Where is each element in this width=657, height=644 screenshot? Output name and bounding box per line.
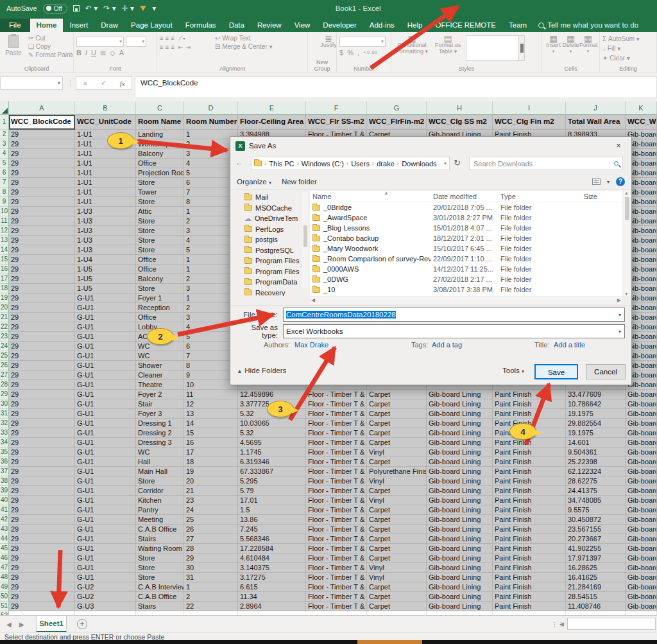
header-cell[interactable]: WCC_UnitCode [75, 115, 136, 130]
cell[interactable]: 6.319346 [238, 457, 306, 467]
column-header-j[interactable]: J [566, 101, 626, 115]
row-header-19[interactable]: 19 [0, 293, 9, 303]
cell[interactable]: Gib-board Lining [427, 390, 493, 399]
italic-icon[interactable]: I [85, 49, 87, 57]
cell[interactable]: Paint Finish [493, 505, 566, 515]
cell[interactable]: C.A.B Office [136, 592, 184, 602]
file-row--blog-lessons[interactable]: _Blog Lessons15/01/2018 4:07 ...File fol… [310, 223, 622, 233]
cell[interactable]: 29 [9, 313, 75, 322]
cell[interactable]: Carpet [367, 544, 427, 553]
cell[interactable]: 29 [9, 515, 75, 525]
tab-view[interactable]: View [288, 19, 317, 32]
cell[interactable]: G-U1 [75, 293, 136, 303]
cell[interactable]: 20.273667 [566, 534, 626, 544]
cell[interactable]: Gib-board [626, 476, 657, 486]
cell[interactable]: G-U1 [75, 467, 136, 476]
cell[interactable]: Balcony [136, 274, 184, 284]
tab-data[interactable]: Data [223, 19, 251, 32]
row-header-45[interactable]: 45 [0, 544, 9, 553]
cell[interactable]: Dressing 2 [136, 428, 184, 438]
font-color-icon[interactable]: A [119, 49, 124, 57]
cell[interactable]: 19 [184, 467, 238, 476]
row-header-23[interactable]: 23 [0, 332, 9, 342]
cell[interactable]: 1-U1 [75, 197, 136, 207]
cell[interactable]: 23.567155 [566, 525, 626, 534]
cell[interactable]: Gib-board [626, 544, 657, 553]
insert-function-icon[interactable]: fx [120, 80, 125, 87]
cell[interactable]: ACC WC [136, 332, 184, 342]
cell[interactable]: 29 [9, 274, 75, 284]
cell[interactable]: 29 [9, 284, 75, 293]
cell[interactable]: Vinyl [367, 573, 427, 582]
file-row--room-comparison-of-survey-revit[interactable]: _Room Comparison of survey-Revit22/09/20… [310, 254, 622, 264]
breadcrumb-this-pc[interactable]: This PC [269, 160, 294, 168]
cell[interactable]: 29 [9, 187, 75, 197]
cell[interactable]: 29 [9, 342, 75, 351]
cell[interactable]: 17.971397 [566, 553, 626, 563]
cell[interactable]: Attic [136, 207, 184, 216]
name-box[interactable]: ▾ [0, 76, 63, 90]
cell[interactable]: Paint Finish [493, 563, 566, 573]
cell[interactable]: Landing [136, 130, 184, 139]
cell[interactable]: 2.8964 [238, 602, 306, 611]
row-header-21[interactable]: 21 [0, 313, 9, 322]
cell[interactable]: Foyer 2 [136, 390, 184, 399]
file-name-input[interactable]: ComCentreRoomsData20180228 ▾ [283, 308, 625, 322]
cell[interactable]: 10.03065 [238, 419, 306, 428]
dialog-close-icon[interactable]: × [612, 140, 625, 152]
cell[interactable]: Paint Finish [493, 534, 566, 544]
row-header-7[interactable]: 7 [0, 178, 9, 187]
formula-input[interactable]: WCC_BlockCode [135, 76, 657, 98]
merge-center-button[interactable]: ⊟ Merge & Center ▾ [215, 42, 273, 51]
cell[interactable]: 29 [9, 245, 75, 255]
cell[interactable]: 29 [9, 130, 75, 139]
cell[interactable]: Carpet [367, 505, 427, 515]
cell[interactable]: Carpet [367, 419, 427, 428]
view-options-dropdown-icon[interactable]: ▾ [607, 179, 610, 185]
tab-review[interactable]: Review [251, 19, 288, 32]
sidebar-item-postgis[interactable]: postgis [233, 234, 302, 245]
sidebar-item-recovery[interactable]: Recovery [233, 288, 302, 297]
cell[interactable]: 29 [9, 159, 75, 168]
cell[interactable]: Carpet [367, 515, 427, 525]
cell[interactable]: 10.786642 [566, 399, 626, 409]
cell[interactable]: C.A.B Interview [136, 582, 184, 592]
cell[interactable]: G-U1 [75, 486, 136, 496]
cell[interactable]: G-U1 [75, 534, 136, 544]
cell[interactable]: 29 [9, 197, 75, 207]
save-icon[interactable] [73, 5, 80, 12]
conditional-formatting-button[interactable]: ▦Conditional Formatting ▾ [394, 34, 430, 55]
sheet-tab-sheet1[interactable]: Sheet1 [36, 616, 67, 632]
cell[interactable]: 1.5 [238, 505, 306, 515]
cell[interactable]: WC [136, 351, 184, 361]
column-header-a[interactable]: A [9, 101, 75, 115]
cell[interactable]: 11 [184, 390, 238, 399]
cell[interactable]: Gib-board [626, 525, 657, 534]
cell[interactable]: G-U1 [75, 544, 136, 553]
cell[interactable]: 1.1745 [238, 448, 306, 457]
cell[interactable]: 4.610484 [238, 553, 306, 563]
cell[interactable]: G-U1 [75, 361, 136, 370]
column-type[interactable]: Type [498, 193, 559, 200]
row-header-26[interactable]: 26 [0, 361, 9, 370]
cell[interactable]: 29 [9, 409, 75, 419]
cell[interactable]: 16.41625 [566, 573, 626, 582]
column-header-g[interactable]: G [367, 101, 427, 115]
cell[interactable]: 1-U3 [75, 207, 136, 216]
breadcrumb-dropdown-icon[interactable]: ▾ [444, 161, 447, 166]
cell[interactable]: G-U1 [75, 553, 136, 563]
cell[interactable]: Store [136, 236, 184, 245]
cell[interactable]: G-U1 [75, 505, 136, 515]
cell[interactable]: Paint Finish [493, 390, 566, 399]
header-cell[interactable]: Room Number [184, 115, 238, 130]
row-header-5[interactable]: 5 [0, 159, 9, 168]
cell[interactable]: 29 [9, 399, 75, 409]
cell[interactable]: Gib-board [626, 553, 657, 563]
undo-icon[interactable]: ↶ ▾ [85, 4, 98, 12]
cell[interactable]: WC [136, 342, 184, 351]
cell[interactable]: 29.882554 [566, 419, 626, 428]
cell[interactable]: 11.408746 [566, 602, 626, 611]
cell[interactable]: Paint Finish [493, 448, 566, 457]
cell[interactable]: G-U2 [75, 592, 136, 602]
cell[interactable]: 5.295 [238, 476, 306, 486]
